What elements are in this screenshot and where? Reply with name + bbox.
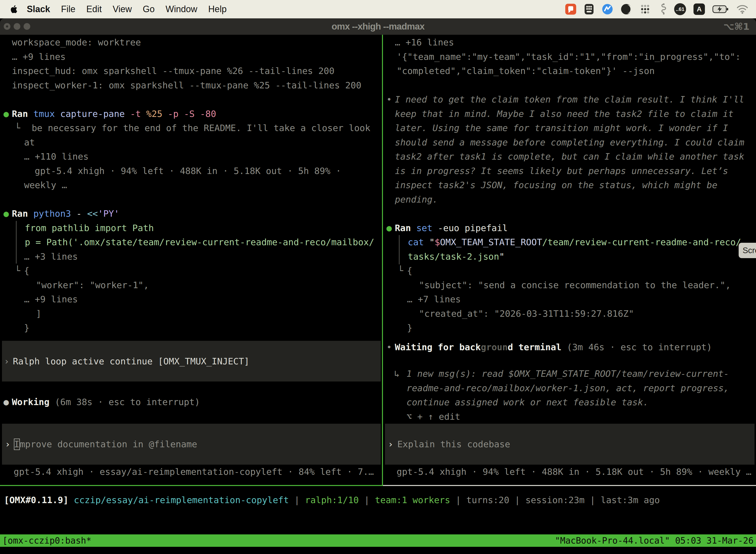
- text-segment: |: [359, 495, 375, 505]
- menu-bar: Slack File Edit View Go Window Help ..61…: [0, 0, 756, 18]
- text-segment: ralph:1/10: [305, 495, 359, 505]
- text-segment: ●: [3, 397, 9, 407]
- text-segment: ●: [3, 209, 9, 219]
- text-segment: (3m 46s · esc to interrupt): [562, 342, 712, 352]
- menu-view[interactable]: View: [113, 4, 132, 14]
- mailbox-message-block: ↳1 new msg(s): read $OMX_TEAM_STATE_ROOT…: [383, 367, 756, 424]
- prompt-input-right[interactable]: › Explain this codebase: [385, 424, 755, 465]
- text-segment: ●: [386, 223, 392, 233]
- tmux-status-bar: [omx-cczip0:bash* "MacBook-Pro-44.local"…: [0, 535, 756, 547]
- terminal-line: … +16 lines: [383, 35, 756, 50]
- terminal-line: "worker": "worker-1",: [0, 278, 382, 292]
- terminal-line: "subject": "send a concise recommendatio…: [383, 278, 756, 292]
- menu-file[interactable]: File: [61, 4, 75, 14]
- text-segment: ↳: [394, 369, 399, 379]
- menu-left: Slack File Edit View Go Window Help: [0, 4, 227, 14]
- battery-icon[interactable]: [712, 5, 729, 13]
- terminal-window: omx --xhigh --madmax ⌥⌘1 workspace_mode:…: [0, 18, 756, 554]
- terminal-line: task2 after task1 is complete, but can I…: [383, 150, 756, 164]
- terminal-line: inspect_hud: omx sparkshell --tmux-pane …: [0, 64, 382, 78]
- text-segment: 'PY': [98, 209, 120, 219]
- text-segment: OMX_TEAM_STATE_ROOT: [440, 237, 542, 247]
- dots-grid-icon[interactable]: [639, 3, 651, 15]
- text-segment: d terminal: [508, 342, 562, 352]
- terminal-line: ●Ran set -euo pipefail: [383, 221, 756, 235]
- menu-app-slack[interactable]: Slack: [27, 4, 50, 14]
- crescent-app-icon[interactable]: [621, 3, 632, 15]
- prompt-input-left[interactable]: › I mprove documentation in @filename: [2, 424, 381, 465]
- text-segment: ": [499, 252, 504, 262]
- menu-help[interactable]: Help: [208, 4, 227, 14]
- terminal-line: gpt-5.4 xhigh · 94% left · 488K in · 5.1…: [0, 164, 382, 178]
- menu-edit[interactable]: Edit: [86, 4, 102, 14]
- text-segment: •: [386, 342, 392, 352]
- text-segment: capture-pane: [55, 109, 125, 119]
- terminal-line: }: [383, 321, 756, 335]
- model-status-right: gpt-5.4 xhigh · 94% left · 488K in · 5.1…: [383, 465, 756, 479]
- text-segment: cat: [408, 237, 424, 247]
- input-placeholder-right: Explain this codebase: [397, 439, 510, 449]
- text-segment: Waiting for back: [395, 342, 481, 352]
- text-segment: tmux: [28, 109, 55, 119]
- squiggle-icon[interactable]: [658, 3, 667, 15]
- terminal-line: ⌥ + ↑ edit: [383, 409, 756, 424]
- terminal-line: "completed","claim_token":"claim-token"}…: [383, 64, 756, 78]
- text-segment: └: [15, 266, 20, 276]
- waiting-status: •Waiting for background terminal (3m 46s…: [383, 340, 756, 354]
- banner-prompt: ›: [4, 356, 9, 366]
- terminal-line: '{"team_name":"my-team","task_id":"1","f…: [383, 50, 756, 64]
- terminal-line: readme-and-reco/mailbox/worker-1.json, a…: [383, 381, 756, 395]
- keyboard-icon[interactable]: [584, 3, 594, 15]
- terminal-line: is in progress? It seems likely but perh…: [383, 164, 756, 178]
- terminal-line: from pathlib import Path: [0, 221, 382, 235]
- terminal-line: keep that in mind. Maybe I also need the…: [383, 107, 756, 121]
- text-segment: ": [424, 237, 435, 247]
- text-segment: cczip/essay/ai-reimplementation-copyleft: [74, 495, 289, 505]
- count-badge[interactable]: ..61: [674, 3, 686, 15]
- record-indicator-icon[interactable]: [565, 3, 576, 15]
- text-segment: Ran: [395, 223, 411, 233]
- apple-menu-icon[interactable]: [10, 4, 18, 14]
- pane-left[interactable]: workspace_mode: worktree… +9 linesinspec…: [0, 35, 382, 485]
- messenger-icon[interactable]: [602, 3, 613, 15]
- text-segment: Ran: [12, 209, 28, 219]
- model-status-left: gpt-5.4 xhigh · essay/ai-reimplementatio…: [0, 465, 382, 479]
- text-segment: -: [71, 209, 82, 219]
- terminal-line: … +3 lines: [0, 250, 382, 264]
- text-segment: {: [407, 266, 413, 276]
- menu-go[interactable]: Go: [143, 4, 155, 14]
- code-block-border: [16, 221, 17, 264]
- text-segment: python3: [28, 209, 71, 219]
- pane-right[interactable]: … +16 lines'{"team_name":"my-team","task…: [383, 35, 756, 485]
- working-status: ●Working (6m 38s · esc to interrupt): [0, 395, 382, 409]
- text-cursor: I: [14, 439, 20, 450]
- text-segment: Ran: [12, 109, 28, 119]
- text-segment: set: [411, 223, 433, 233]
- input-placeholder-left: mprove documentation in @filename: [20, 439, 197, 449]
- terminal-line: [383, 78, 756, 93]
- terminal-line: … +9 lines: [0, 292, 382, 307]
- terminal-line: ●Ran tmux capture-pane -t %25 -p -S -80: [0, 107, 382, 121]
- text-segment: /team/review-current-readme-and-reco/: [542, 237, 741, 247]
- menu-status-icons: ..61 A: [565, 3, 756, 15]
- terminal-line: at: [0, 135, 382, 150]
- text-segment: %25: [141, 109, 163, 119]
- text-segment: | turns:20 | session:23m | last:3m ago: [450, 495, 660, 505]
- terminal-line: └be necessary for the end of the README.…: [0, 121, 382, 135]
- text-segment: |: [289, 495, 305, 505]
- screen-tooltip: Scre: [739, 243, 756, 258]
- terminal-line: … +7 lines: [383, 292, 756, 307]
- tmux-session-label[interactable]: [omx-cczip0:bash*: [2, 535, 91, 547]
- terminal-line: [0, 92, 382, 107]
- pane-bottom-border-inactive: [383, 485, 756, 486]
- terminal-line: └{: [383, 264, 756, 278]
- menu-window[interactable]: Window: [166, 4, 197, 14]
- terminal-output-left: workspace_mode: worktree… +9 linesinspec…: [0, 35, 382, 335]
- input-source-badge[interactable]: A: [693, 3, 705, 15]
- window-titlebar[interactable]: omx --xhigh --madmax ⌥⌘1: [0, 18, 756, 35]
- terminal-line: … +110 lines: [0, 150, 382, 164]
- omx-status-line: [OMX#0.11.9] cczip/essay/ai-reimplementa…: [0, 493, 660, 507]
- text-segment: be necessary for the end of the README. …: [32, 123, 370, 133]
- wifi-icon[interactable]: [736, 4, 749, 14]
- pane-bottom-border-active: [0, 485, 383, 486]
